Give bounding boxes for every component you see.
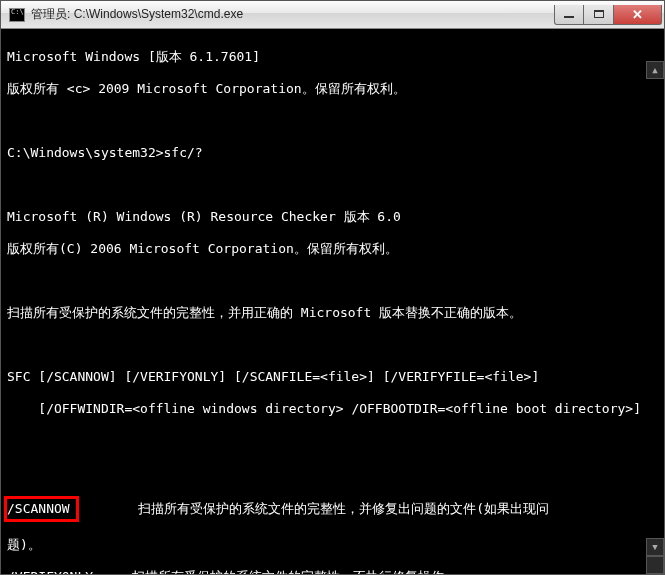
scrollbar[interactable]: ▲ ▼ — [646, 29, 664, 574]
maximize-button[interactable] — [584, 5, 614, 25]
cmd-window: 管理员: C:\Windows\System32\cmd.exe ✕ Micro… — [0, 0, 665, 575]
output-line: [/OFFWINDIR=<offline windows directory> … — [7, 401, 658, 417]
output-line: Microsoft Windows [版本 6.1.7601] — [7, 49, 658, 65]
output-line: 版权所有 <c> 2009 Microsoft Corporation。保留所有… — [7, 81, 658, 97]
window-controls: ✕ — [554, 5, 662, 25]
titlebar[interactable]: 管理员: C:\Windows\System32\cmd.exe ✕ — [1, 1, 664, 29]
output-line — [7, 433, 658, 449]
output-line: C:\Windows\system32>sfc/? — [7, 145, 658, 161]
output-line: 题)。 — [7, 537, 658, 553]
scroll-down-button[interactable]: ▼ — [646, 538, 664, 556]
highlight-scannow-option: /SCANNOW — [7, 499, 76, 519]
close-icon: ✕ — [632, 7, 643, 22]
cmd-icon — [9, 8, 25, 22]
close-button[interactable]: ✕ — [614, 5, 662, 25]
terminal-output[interactable]: Microsoft Windows [版本 6.1.7601] 版权所有 <c>… — [1, 29, 664, 574]
output-line — [7, 465, 658, 481]
output-line: 版权所有(C) 2006 Microsoft Corporation。保留所有权… — [7, 241, 658, 257]
output-line: 扫描所有受保护的系统文件的完整性，并用正确的 Microsoft 版本替换不正确… — [7, 305, 658, 321]
output-line: Microsoft (R) Windows (R) Resource Check… — [7, 209, 658, 225]
output-text: 扫描所有受保护的系统文件的完整性，并修复出问题的文件(如果出现问 — [76, 501, 549, 516]
minimize-button[interactable] — [554, 5, 584, 25]
window-title: 管理员: C:\Windows\System32\cmd.exe — [31, 6, 554, 23]
output-line: /SCANNOW 扫描所有受保护的系统文件的完整性，并修复出问题的文件(如果出现… — [7, 497, 658, 521]
output-line — [7, 177, 658, 193]
scroll-up-button[interactable]: ▲ — [646, 61, 664, 79]
resize-grip[interactable] — [646, 556, 664, 574]
minimize-icon — [564, 16, 574, 18]
output-line: /VERIFYONLY 扫描所有受保护的系统文件的完整性。不执行修复操作。 — [7, 569, 658, 574]
output-line — [7, 337, 658, 353]
output-line — [7, 113, 658, 129]
output-line — [7, 273, 658, 289]
output-line: SFC [/SCANNOW] [/VERIFYONLY] [/SCANFILE=… — [7, 369, 658, 385]
maximize-icon — [594, 10, 604, 18]
